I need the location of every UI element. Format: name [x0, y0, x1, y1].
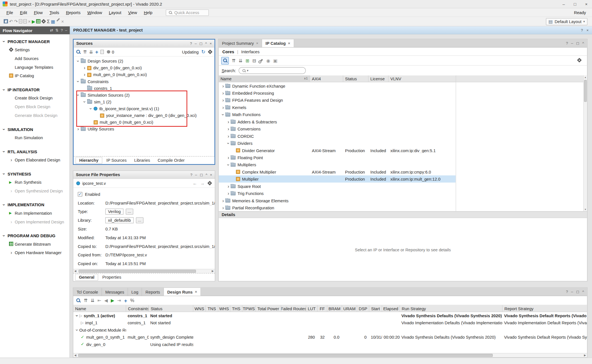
checklist-icon[interactable]: ▦	[51, 19, 55, 24]
menu-flow[interactable]: Flow	[30, 9, 46, 16]
flow-section-header[interactable]: SYNTHESIS	[0, 170, 69, 177]
expand-all-icon[interactable]: ⇊	[91, 298, 94, 303]
sidebar-item-run-synthesis[interactable]: ▶Run Synthesis	[0, 178, 69, 187]
close-design-icon[interactable]: ×	[61, 19, 64, 24]
menu-reports[interactable]: Reports	[63, 9, 84, 16]
layout-selector[interactable]: ▤ Default Layout ▾	[546, 18, 587, 25]
expand-all-icon[interactable]: ⇊	[239, 58, 242, 63]
save-icon[interactable]	[4, 19, 8, 23]
float-icon[interactable]: ^	[205, 41, 207, 46]
scroll-left-icon[interactable]: ◀	[73, 354, 78, 357]
sidebar-item-open-hardware-manager[interactable]: Open Hardware Manager	[0, 248, 69, 257]
gear-icon[interactable]	[577, 58, 582, 62]
expand-chevron-icon[interactable]	[9, 250, 14, 255]
catalog-row[interactable]: Kernels	[218, 104, 456, 111]
horizontal-scrollbar[interactable]: ◀ ▶	[73, 353, 587, 357]
delete-icon[interactable]: ×	[28, 19, 30, 24]
tree-chevron-icon[interactable]	[89, 106, 93, 111]
paste-icon[interactable]	[23, 19, 27, 23]
catalog-row[interactable]: Square Root	[218, 183, 456, 190]
close-icon[interactable]: ×	[210, 41, 212, 46]
tree-chevron-icon[interactable]	[82, 66, 87, 70]
scrollbar-track[interactable]	[78, 269, 211, 273]
expand-chevron-icon[interactable]	[9, 188, 14, 193]
help-icon[interactable]: ?	[581, 28, 583, 32]
show-percentage-icon[interactable]: %	[130, 298, 134, 303]
column-header-wns[interactable]: WNS	[193, 305, 206, 312]
catalog-row[interactable]: Floating Point	[218, 154, 456, 161]
tree-chevron-icon[interactable]	[76, 93, 80, 97]
close-tab-icon[interactable]: ×	[288, 41, 290, 45]
browse-button[interactable]: …	[136, 217, 143, 223]
forward-icon[interactable]: →	[200, 181, 205, 185]
step-back-icon[interactable]: ◀	[104, 298, 108, 303]
sidebar-item-add-sources[interactable]: Add Sources	[0, 54, 69, 63]
subtab-interfaces[interactable]: Interfaces	[241, 49, 260, 54]
launch-run-icon[interactable]: ▶	[111, 298, 114, 303]
skip-forward-icon[interactable]: ⇥	[117, 298, 121, 303]
help-icon[interactable]: ?	[566, 290, 568, 294]
tree-chevron-icon[interactable]	[75, 328, 79, 332]
column-header-name[interactable]: Name	[73, 305, 126, 312]
maximize-icon[interactable]: ◻	[576, 290, 579, 294]
edit-pencil-icon[interactable]	[56, 18, 60, 21]
expand-chevron-icon[interactable]	[9, 157, 14, 162]
copy-icon[interactable]	[19, 19, 22, 23]
tree-chevron-icon[interactable]	[82, 99, 87, 104]
flow-section-header[interactable]: SIMULATION	[0, 125, 69, 133]
tree-chevron-icon[interactable]	[226, 184, 231, 188]
column-header-status[interactable]: Status	[343, 76, 368, 82]
catalog-row[interactable]: Dividers	[218, 139, 456, 147]
column-header-vlnv[interactable]: VLNV	[388, 76, 456, 82]
tab-libraries[interactable]: Libraries	[131, 157, 154, 163]
maximize-icon[interactable]: ◻	[199, 41, 202, 46]
design-run-row[interactable]: Out-of-Context Module Runs	[73, 326, 587, 333]
scrollbar-thumb[interactable]	[78, 354, 492, 357]
refresh-icon[interactable]: ↻	[201, 49, 206, 54]
column-header-lut[interactable]: LUT	[306, 305, 317, 312]
property-value-editor[interactable]: xil_defaultlib	[105, 217, 134, 223]
column-header-license[interactable]: License	[368, 76, 388, 82]
flow-section-header[interactable]: IP INTEGRATOR	[0, 86, 69, 94]
maximize-button[interactable]: □	[569, 0, 581, 8]
undo-icon[interactable]: ↶	[9, 19, 13, 24]
tree-item[interactable]: mult_gen_0 (mult_gen_0.xci)	[74, 119, 215, 126]
catalog-row[interactable]: Complex MultiplierAXI4-StreamProductionI…	[218, 168, 456, 175]
tree-item[interactable]: Constraints	[74, 78, 215, 85]
scrollbar-track[interactable]	[584, 79, 587, 207]
tree-chevron-icon[interactable]	[221, 84, 225, 88]
tree-chevron-icon[interactable]	[226, 162, 231, 167]
minimize-icon[interactable]: –	[571, 41, 573, 45]
column-header-axi4[interactable]: AXI4	[310, 76, 343, 82]
minimize-icon[interactable]: –	[195, 41, 197, 46]
close-tab-icon[interactable]: ×	[256, 41, 259, 45]
column-header-status[interactable]: Status	[149, 305, 193, 312]
column-header-ff[interactable]: FF	[317, 305, 327, 312]
column-header-name[interactable]: Name∧1	[218, 76, 310, 82]
help-icon[interactable]: ?	[190, 41, 192, 46]
menu-layout[interactable]: Layout	[105, 9, 125, 16]
column-header-dsp[interactable]: DSP	[357, 305, 369, 312]
catalog-row[interactable]: Adders & Subtracters	[218, 118, 456, 125]
scroll-right-icon[interactable]: ▶	[211, 270, 215, 273]
back-icon[interactable]: ←	[193, 181, 197, 185]
group-by-hierarchy-icon[interactable]: ⊞	[246, 58, 249, 63]
tab-hierarchy[interactable]: Hierarchy	[76, 157, 102, 164]
tree-item[interactable]: tb_ipcore_test (ipcore_test.v) (1)	[74, 105, 215, 112]
design-run-row[interactable]: ✓div_gen_0Using cached IP results	[73, 341, 587, 348]
report-summary-icon[interactable]: Σ	[47, 19, 50, 24]
tab-ip-catalog[interactable]: IP Catalog×	[262, 39, 294, 47]
gear-icon[interactable]	[208, 50, 212, 54]
catalog-row[interactable]: FPGA Features and Design	[218, 97, 456, 104]
float-icon[interactable]: ^	[206, 173, 207, 177]
catalog-row[interactable]: Divider GeneratorAXI4-StreamProductionIn…	[218, 147, 456, 154]
tree-chevron-icon[interactable]	[76, 127, 80, 131]
tab-log[interactable]: Log	[128, 288, 142, 296]
create-runs-icon[interactable]: +	[124, 298, 127, 303]
tree-item[interactable]: mult_gen_0 (mult_gen_0.xci)	[74, 71, 215, 78]
tree-item[interactable]: Utility Sources	[74, 126, 215, 132]
catalog-row[interactable]: Trig Functions	[218, 190, 456, 197]
reset-run-icon[interactable]: ⇤	[98, 298, 101, 303]
column-header-failed-routes[interactable]: Failed Routes	[281, 305, 306, 312]
search-icon[interactable]	[223, 58, 227, 63]
